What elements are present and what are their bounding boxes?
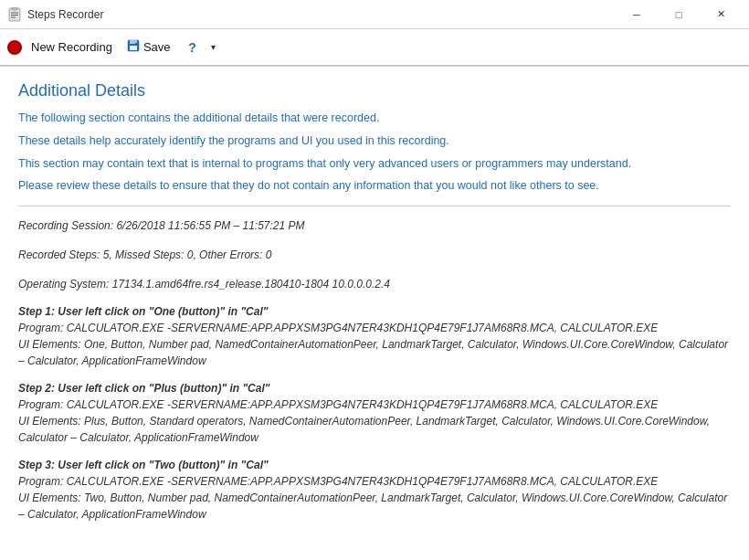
title-bar: Steps Recorder ─ □ ✕ [0,0,749,29]
step-1-block: Step 1: User left click on "One (button)… [18,305,731,369]
close-button[interactable]: ✕ [700,1,742,28]
intro-line-3: This section may contain text that is in… [18,155,731,173]
intro-line-1: The following section contains the addit… [18,110,731,127]
step-2-block: Step 2: User left click on "Plus (button… [18,382,731,446]
step-2-header: Step 2: User left click on "Plus (button… [18,382,731,395]
operating-system-text: Operating System: 17134.1.amd64fre.rs4_r… [18,276,731,292]
step-2-ui-elements: UI Elements: Plus, Button, Standard oper… [18,413,731,446]
step-3-ui-elements: UI Elements: Two, Button, Number pad, Na… [18,490,731,523]
intro-line-2: These details help accurately identify t… [18,132,731,150]
save-button[interactable]: Save [121,36,176,58]
step-3-block: Step 3: User left click on "Two (button)… [18,459,731,523]
toolbar: New Recording Save ? ▾ [0,29,749,66]
dropdown-button[interactable]: ▾ [209,38,217,56]
save-label: Save [143,40,171,54]
recording-session-block: Recording Session: 6/26/2018 11:56:55 PM… [18,217,731,234]
content-area[interactable]: Additional Details The following section… [0,67,749,560]
step-3-program: Program: CALCULATOR.EXE -SERVERNAME:APP.… [18,473,731,490]
step-3-header: Step 3: User left click on "Two (button)… [18,459,731,471]
step-2-program: Program: CALCULATOR.EXE -SERVERNAME:APP.… [18,396,731,413]
new-recording-button[interactable]: New Recording [26,37,118,58]
intro-block: The following section contains the addit… [18,110,731,195]
step-1-program: Program: CALCULATOR.EXE -SERVERNAME:APP.… [18,320,731,336]
window-controls: ─ □ ✕ [616,1,742,28]
step-1-header: Step 1: User left click on "One (button)… [18,305,731,318]
help-icon: ? [188,40,196,55]
window-title: Steps Recorder [27,8,103,21]
save-icon [127,39,140,55]
title-bar-left: Steps Recorder [7,7,103,22]
content-divider-1 [18,206,731,206]
record-icon [7,40,22,55]
section-title: Additional Details [18,81,731,100]
recorded-steps-text: Recorded Steps: 5, Missed Steps: 0, Othe… [18,247,731,263]
operating-system-block: Operating System: 17134.1.amd64fre.rs4_r… [18,276,731,292]
svg-rect-1 [12,7,17,10]
svg-rect-7 [130,46,137,50]
intro-line-4: Please review these details to ensure th… [18,177,731,195]
svg-rect-8 [135,40,137,43]
app-icon [7,7,22,22]
minimize-button[interactable]: ─ [616,1,658,28]
svg-rect-6 [130,40,135,44]
maximize-button[interactable]: □ [658,1,700,28]
new-recording-label: New Recording [31,40,112,54]
step-1-ui-elements: UI Elements: One, Button, Number pad, Na… [18,336,731,369]
recorded-steps-block: Recorded Steps: 5, Missed Steps: 0, Othe… [18,247,731,263]
recording-session-text: Recording Session: 6/26/2018 11:56:55 PM… [18,217,731,234]
help-button[interactable]: ? [180,35,206,60]
